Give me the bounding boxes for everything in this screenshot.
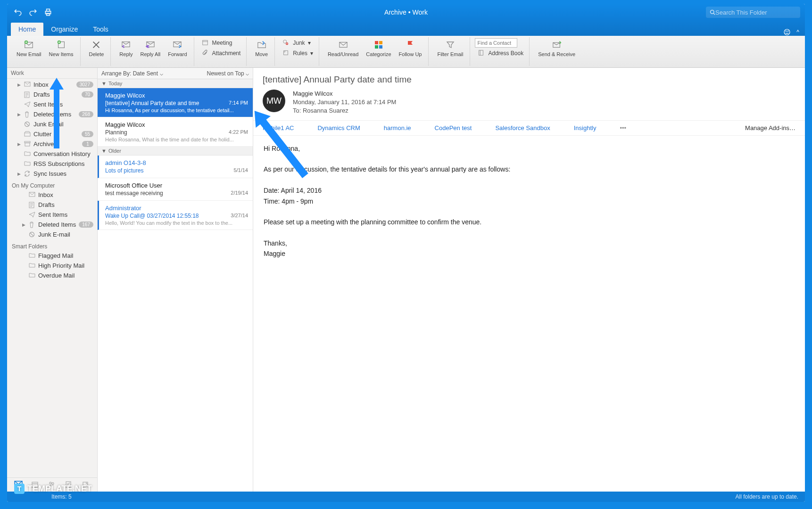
msg-subject: [tentative] Annual Party date and time	[105, 100, 199, 107]
reply-button[interactable]: Reply	[116, 38, 136, 58]
junk-button[interactable]: Junk ▾	[280, 38, 316, 48]
read-unread-button[interactable]: Read/Unread	[324, 38, 362, 58]
search-box[interactable]	[706, 7, 800, 18]
print-icon[interactable]	[44, 8, 52, 16]
book-icon	[478, 49, 485, 57]
sidebar-item-sync-issues[interactable]: ▶Sync Issues	[7, 169, 97, 179]
tab-home[interactable]: Home	[11, 23, 43, 36]
addin-link[interactable]: Salesforce Sandbox	[495, 124, 550, 131]
sidebar-item-overdue-mail[interactable]: Overdue Mail	[7, 271, 97, 280]
email-date: Monday, January 11, 2016 at 7:14 PM	[293, 98, 396, 107]
new-items-button[interactable]: New Items	[45, 38, 77, 58]
search-input[interactable]	[715, 9, 796, 16]
addin-link[interactable]: CodePen test	[435, 124, 472, 131]
message-item[interactable]: Maggie WilcoxPlanning4:22 PMHello Rosann…	[98, 117, 253, 147]
address-book-button[interactable]: Address Book	[475, 49, 526, 58]
addin-link[interactable]: harmon.ie	[384, 124, 411, 131]
status-items: Items: 5	[51, 493, 72, 500]
folder-icon	[29, 202, 35, 208]
annotation-arrow-icon	[47, 78, 66, 148]
msg-group-header[interactable]: ▼ Today	[98, 79, 253, 88]
redo-icon[interactable]	[29, 8, 37, 16]
delete-button[interactable]: Delete	[85, 38, 108, 58]
collapse-icon: ▼	[101, 148, 107, 154]
msg-preview: Hello, World! You can modify the text in…	[105, 220, 248, 226]
forward-button[interactable]: Forward	[164, 38, 191, 58]
more-icon[interactable]: •••	[620, 124, 626, 131]
folder-icon	[29, 212, 35, 218]
expand-icon[interactable]: ▶	[22, 222, 26, 227]
sort-chevron-icon: ⌵	[246, 70, 249, 77]
msg-sender: Maggie Wilcox	[105, 92, 248, 99]
attachment-button[interactable]: Attachment	[199, 49, 244, 58]
smiley-icon[interactable]	[783, 28, 791, 36]
message-item[interactable]: Microsoft Office Usertest message receiv…	[98, 178, 253, 201]
window-title: Archive • Work	[384, 8, 428, 16]
chevron-up-icon[interactable]: ^	[796, 29, 799, 35]
folder-icon	[24, 161, 31, 167]
sidebar-item-inbox[interactable]: Inbox	[7, 190, 97, 200]
msg-preview: Hello Rosanna, What is the time and date…	[105, 137, 248, 142]
folder-label: Drafts	[38, 201, 55, 208]
sidebar-item-junk-e-mail[interactable]: Junk E-mail	[7, 230, 97, 239]
categorize-button[interactable]: Categorize	[362, 38, 395, 58]
sidebar-item-flagged-mail[interactable]: Flagged Mail	[7, 251, 97, 261]
watermark: T TEMPLATE.NET	[14, 484, 92, 494]
sidebar-item-deleted-items[interactable]: ▶Deleted Items167	[7, 220, 97, 230]
attachment-icon	[202, 49, 209, 57]
msg-time: 3/27/14	[228, 213, 248, 219]
new-email-button[interactable]: New Email	[13, 38, 45, 58]
follow-up-button[interactable]: Follow Up	[395, 38, 426, 58]
titlebar: Archive • Work	[7, 4, 805, 21]
addin-link[interactable]: Insightly	[574, 124, 597, 131]
tab-organize[interactable]: Organize	[43, 23, 85, 36]
tab-tools[interactable]: Tools	[85, 23, 116, 36]
msg-group-header[interactable]: ▼ Older	[98, 147, 253, 156]
msglist-header[interactable]: Arrange By: Date Sent ⌵ Newest on Top ⌵	[98, 68, 253, 79]
msg-sender: Maggie Wilcox	[105, 121, 248, 128]
addin-link[interactable]: Dynamics CRM	[317, 124, 360, 131]
folder-label: Overdue Mail	[38, 272, 75, 279]
expand-icon[interactable]: ▶	[17, 82, 21, 87]
svg-point-3	[711, 10, 714, 14]
filter-button[interactable]: Filter Email	[433, 38, 467, 58]
folder-icon	[24, 151, 31, 157]
msg-sender: admin O14-3-8	[105, 159, 248, 166]
folder-icon	[24, 121, 31, 128]
folder-icon	[29, 222, 35, 228]
sidebar-item-high-priority-mail[interactable]: High Priority Mail	[7, 261, 97, 271]
folder-count: 3027	[76, 82, 93, 88]
folder-count: 1	[82, 141, 93, 147]
folder-label: High Priority Mail	[38, 262, 84, 269]
message-item[interactable]: admin O14-3-8Lots of pictures5/1/14	[98, 156, 253, 178]
calendar-icon	[202, 39, 209, 47]
msg-sender: Microsoft Office User	[105, 182, 248, 189]
expand-icon[interactable]: ▶	[17, 172, 21, 176]
junk-icon	[282, 39, 290, 47]
sidebar-item-rss-subscriptions[interactable]: RSS Subscriptions	[7, 159, 97, 169]
sidebar-item-sent-items[interactable]: Sent Items	[7, 210, 97, 220]
sidebar-item-drafts[interactable]: Drafts	[7, 200, 97, 210]
tabs-row: Home Organize Tools ^	[7, 21, 805, 36]
move-button[interactable]: Move	[251, 38, 272, 58]
manage-addins-link[interactable]: Manage Add-ins…	[745, 124, 795, 131]
find-contact-input[interactable]	[475, 38, 517, 48]
undo-icon[interactable]	[14, 8, 22, 16]
rules-button[interactable]: Rules ▾	[280, 49, 316, 58]
send-receive-button[interactable]: Send & Receive	[534, 38, 579, 58]
message-item[interactable]: AdministratorWake Up Call@ 03/27/2014 12…	[98, 201, 253, 230]
expand-icon[interactable]: ▶	[17, 112, 21, 117]
meeting-button[interactable]: Meeting	[199, 38, 244, 48]
rules-icon	[282, 49, 290, 57]
main-area: Work ▶Inbox3027Drafts70Sent Items▶Delete…	[7, 68, 805, 492]
reply-all-button[interactable]: Reply All	[136, 38, 164, 58]
folder-label: Sync Issues	[33, 170, 66, 177]
folder-label: Inbox	[38, 191, 53, 198]
msg-preview: Hi Rosanna, As per our discussion, the t…	[105, 107, 248, 113]
sidebar-item-conversation-history[interactable]: Conversation History	[7, 149, 97, 159]
expand-icon[interactable]: ▶	[17, 142, 21, 147]
message-item[interactable]: Maggie Wilcox[tentative] Annual Party da…	[98, 88, 253, 117]
reply-all-icon	[145, 39, 156, 50]
folder-icon	[24, 82, 31, 88]
collapse-icon: ▼	[101, 81, 107, 86]
